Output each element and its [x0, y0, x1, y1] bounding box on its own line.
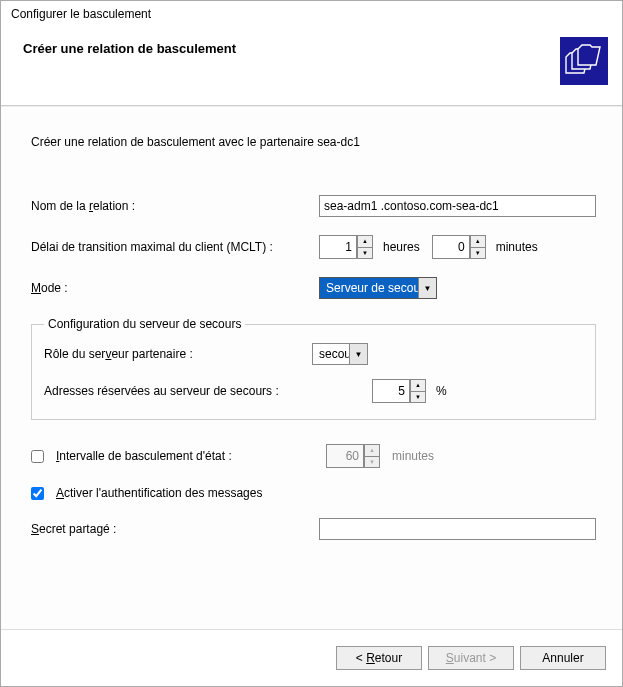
mode-label: Mode : — [31, 281, 311, 295]
partner-role-label: Rôle du serveur partenaire : — [44, 347, 304, 361]
state-interval-label: Intervalle de basculement d'état : — [56, 449, 318, 463]
cancel-button[interactable]: Annuler — [520, 646, 606, 670]
mclt-hours-input[interactable] — [319, 235, 357, 259]
mclt-minutes-up[interactable]: ▲ — [470, 235, 486, 247]
mclt-hours-up[interactable]: ▲ — [357, 235, 373, 247]
state-interval-checkbox[interactable] — [31, 450, 44, 463]
standby-config-group: Configuration du serveur de secours Rôle… — [31, 317, 596, 420]
reserved-pct-down[interactable]: ▼ — [410, 391, 426, 404]
mode-select-value: Serveur de secours — [326, 281, 430, 295]
state-interval-unit: minutes — [392, 449, 434, 463]
relation-name-label: Nom de la relation : — [31, 199, 311, 213]
mclt-minutes-down[interactable]: ▼ — [470, 247, 486, 260]
partner-role-select[interactable]: secours ▼ — [312, 343, 368, 365]
reserved-pct-up[interactable]: ▲ — [410, 379, 426, 391]
percent-unit: % — [436, 384, 447, 398]
shared-secret-input[interactable] — [319, 518, 596, 540]
back-button[interactable]: < Retour — [336, 646, 422, 670]
chevron-down-icon: ▼ — [418, 278, 436, 298]
state-interval-input — [326, 444, 364, 468]
mclt-hours-down[interactable]: ▼ — [357, 247, 373, 260]
next-button: Suivant > — [428, 646, 514, 670]
minutes-unit: minutes — [496, 240, 538, 254]
page-title: Créer une relation de basculement — [23, 37, 236, 56]
state-interval-up: ▲ — [364, 444, 380, 456]
groupbox-legend: Configuration du serveur de secours — [44, 317, 245, 331]
relation-name-input[interactable] — [319, 195, 596, 217]
folders-icon — [560, 37, 608, 85]
enable-auth-checkbox[interactable] — [31, 487, 44, 500]
state-interval-down: ▼ — [364, 456, 380, 469]
mclt-label: Délai de transition maximal du client (M… — [31, 240, 311, 254]
mode-select[interactable]: Serveur de secours ▼ — [319, 277, 437, 299]
intro-text: Créer une relation de basculement avec l… — [31, 135, 596, 149]
shared-secret-label: Secret partagé : — [31, 522, 311, 536]
reserved-pct-input[interactable] — [372, 379, 410, 403]
reserved-addr-label: Adresses réservées au serveur de secours… — [44, 384, 364, 398]
chevron-down-icon: ▼ — [349, 344, 367, 364]
hours-unit: heures — [383, 240, 420, 254]
mclt-minutes-input[interactable] — [432, 235, 470, 259]
window-title: Configurer le basculement — [1, 1, 622, 23]
enable-auth-label: Activer l'authentification des messages — [56, 486, 262, 500]
